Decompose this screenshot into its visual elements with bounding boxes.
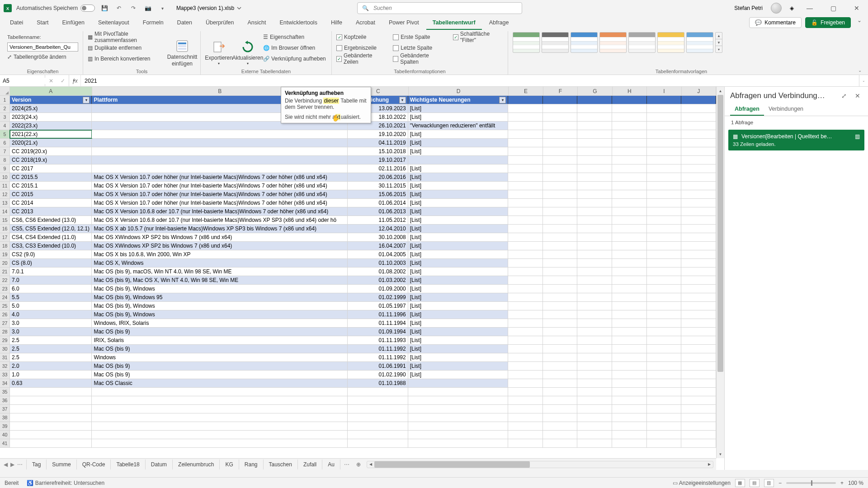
cell[interactable]: Mac OS (bis 9), Windows [92, 285, 347, 293]
cell[interactable] [543, 267, 578, 276]
cell[interactable] [508, 396, 543, 404]
pane-expand-icon[interactable]: ⤢ [839, 92, 849, 99]
cell[interactable] [543, 130, 578, 138]
zoom-level[interactable]: 100 % [848, 480, 863, 486]
ribbon-tab-abfrage[interactable]: Abfrage [483, 17, 515, 30]
cell[interactable]: CC 2015.1 [10, 182, 92, 190]
cell[interactable] [647, 122, 682, 130]
cell[interactable] [92, 422, 347, 430]
cell[interactable] [647, 405, 682, 413]
cell[interactable] [543, 139, 578, 147]
cell[interactable]: Mac OS XWindows XP SP2 bis Windows 7 (x8… [92, 242, 347, 250]
cell[interactable] [647, 396, 682, 404]
cell[interactable] [577, 250, 612, 258]
gallery-nav[interactable]: ▲▼▾ [715, 32, 722, 53]
cell[interactable]: [List] [408, 310, 508, 319]
ribbon-display-options[interactable]: ⌄ [854, 66, 865, 75]
cell[interactable] [647, 267, 682, 276]
cell[interactable]: 30.10.2008 [348, 233, 408, 241]
cell[interactable] [681, 122, 716, 130]
cell[interactable] [543, 207, 578, 216]
cell[interactable] [10, 439, 92, 447]
scroll-up-icon[interactable]: ▲ [717, 87, 724, 95]
cell[interactable] [92, 405, 347, 413]
cell[interactable] [612, 310, 647, 319]
cell[interactable]: 3.0 [10, 328, 92, 336]
cell[interactable] [92, 431, 347, 439]
redo-icon[interactable]: ↷ [128, 3, 138, 13]
vertical-scrollbar[interactable]: ▲ ▼ [716, 87, 724, 458]
cell[interactable] [612, 225, 647, 233]
cell[interactable]: CS3, CS3 Extended (10.0) [10, 242, 92, 250]
page-break-view-button[interactable]: ▥ [764, 479, 774, 487]
cell[interactable] [508, 164, 543, 173]
cell[interactable]: [List] [408, 353, 508, 361]
cell[interactable] [577, 285, 612, 293]
total-row-check[interactable]: Ergebniszeile [336, 43, 385, 53]
cell[interactable] [508, 139, 543, 147]
cell[interactable]: 2021(22.x) [10, 130, 92, 138]
cell[interactable] [612, 122, 647, 130]
cell[interactable]: 2022(23.x) [10, 122, 92, 130]
cell[interactable] [577, 431, 612, 439]
ribbon-tab-acrobat[interactable]: Acrobat [349, 17, 382, 30]
cell[interactable] [612, 422, 647, 430]
summarize-pivot-button[interactable]: ▦ Mit PivotTable zusammenfassen [88, 32, 166, 42]
cell[interactable]: 01.10.2003 [348, 259, 408, 267]
cell[interactable]: Mac OS (bis 9), Windows [92, 302, 347, 310]
cell[interactable]: CS6, CS6 Extended (13.0) [10, 216, 92, 224]
cell[interactable] [647, 233, 682, 241]
cell[interactable] [681, 302, 716, 310]
cell[interactable] [647, 147, 682, 155]
cell[interactable] [508, 405, 543, 413]
cell[interactable] [612, 405, 647, 413]
cell[interactable] [612, 147, 647, 155]
cell[interactable] [543, 328, 578, 336]
cell[interactable] [577, 353, 612, 361]
cell[interactable]: 2.5 [10, 336, 92, 344]
cell[interactable]: 12.04.2010 [348, 225, 408, 233]
cell[interactable] [577, 336, 612, 344]
cell[interactable] [681, 422, 716, 430]
cell[interactable] [681, 164, 716, 173]
cell[interactable] [612, 190, 647, 198]
cell[interactable] [647, 422, 682, 430]
scroll-left-icon[interactable]: ◀ [367, 461, 374, 468]
cell[interactable] [543, 147, 578, 155]
cell[interactable]: [List] [408, 147, 508, 155]
cell[interactable] [681, 413, 716, 422]
cell[interactable] [92, 130, 347, 138]
cell[interactable]: CC 2019(20.x) [10, 147, 92, 155]
cell[interactable]: 2024(25.x) [10, 104, 92, 113]
cell[interactable]: Mac OS X bis 10.6.8, Win 2000, Win XP [92, 250, 347, 258]
cell[interactable] [647, 259, 682, 267]
cell[interactable] [508, 122, 543, 130]
cell[interactable] [681, 371, 716, 379]
cell[interactable] [681, 293, 716, 301]
cell[interactable] [647, 207, 682, 216]
cell[interactable]: Mac OS (bis 9) [92, 328, 347, 336]
cell[interactable] [647, 113, 682, 121]
cell[interactable] [577, 439, 612, 447]
cell[interactable] [681, 233, 716, 241]
filter-icon[interactable]: ▾ [499, 97, 506, 103]
pane-tab-queries[interactable]: Abfragen [730, 103, 764, 116]
cell[interactable] [508, 182, 543, 190]
table-header[interactable]: Wichtigste Neuerungen▾ [408, 96, 508, 104]
cell[interactable]: 01.11.1993 [348, 336, 408, 344]
cell[interactable] [92, 139, 347, 147]
cell[interactable]: 01.11.1992 [348, 345, 408, 353]
cell[interactable]: Mac OS (bis 9), Mac OS X, Win NT 4.0, Wi… [92, 276, 347, 284]
cell[interactable]: [List] [408, 293, 508, 301]
cell[interactable] [577, 405, 612, 413]
cell[interactable] [612, 130, 647, 138]
comments-button[interactable]: 💬 Kommentare [749, 17, 802, 28]
cell[interactable]: 2.5 [10, 353, 92, 361]
filter-icon[interactable]: ▾ [83, 97, 90, 103]
cell[interactable] [612, 345, 647, 353]
sheet-tab[interactable]: QR-Code [77, 460, 111, 469]
cell[interactable]: 2.0 [10, 362, 92, 370]
cell[interactable]: CS5, CS5 Extended (12.0, 12.1) [10, 225, 92, 233]
ribbon-tab-power pivot[interactable]: Power Pivot [382, 17, 425, 30]
ribbon-tab-formeln[interactable]: Formeln [137, 17, 170, 30]
